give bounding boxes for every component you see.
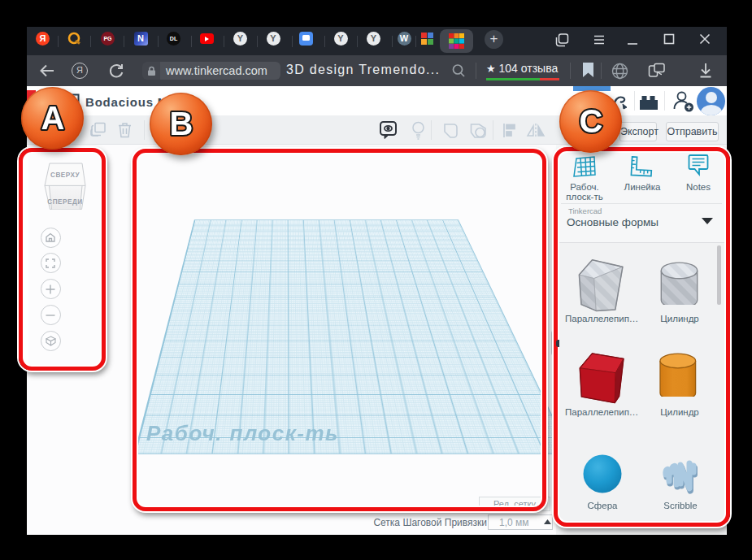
svg-text:C: C	[580, 103, 603, 139]
svg-text:B: B	[170, 106, 193, 141]
svg-text:A: A	[41, 100, 65, 136]
